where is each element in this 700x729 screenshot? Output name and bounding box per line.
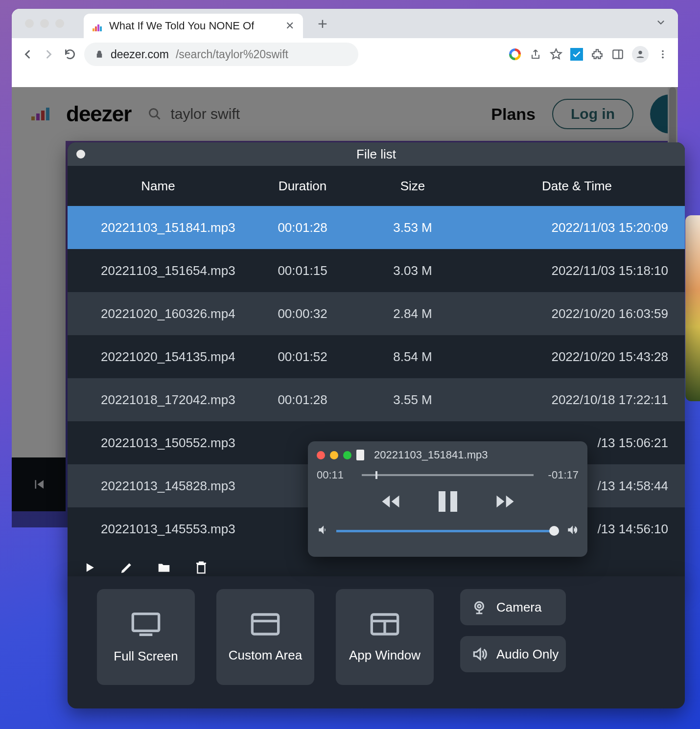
- cell-duration: 00:01:28: [249, 220, 356, 235]
- player-progress: 00:11 -01:17: [317, 469, 579, 481]
- cell-duration: 00:01:28: [249, 392, 356, 408]
- tile-label: Camera: [496, 600, 541, 615]
- cell-duration: 00:01:15: [249, 263, 356, 278]
- tile-label: Custom Area: [229, 648, 302, 663]
- player-titlebar[interactable]: 20221103_151841.mp3: [317, 446, 579, 464]
- svg-point-2: [638, 51, 642, 54]
- svg-point-15: [475, 602, 484, 610]
- todoist-extension-icon[interactable]: [570, 48, 583, 61]
- window-close-dot[interactable]: [76, 150, 85, 159]
- volume-knob[interactable]: [549, 526, 559, 536]
- cell-duration: 00:00:32: [249, 306, 356, 321]
- cell-name: 20221103_151654.mp3: [68, 263, 249, 278]
- volume-track[interactable]: [336, 530, 559, 532]
- browser-menu-icon[interactable]: [656, 48, 669, 61]
- pause-button[interactable]: [439, 491, 457, 514]
- file-list-header: Name Duration Size Date & Time: [68, 166, 685, 206]
- browser-toolbar: deezer.com/search/taylor%20swift: [12, 38, 678, 70]
- file-icon: [356, 450, 364, 460]
- cell-datetime: 2022/10/18 17:22:11: [469, 392, 685, 408]
- player-filename: 20221103_151841.mp3: [374, 449, 488, 461]
- edit-button[interactable]: [119, 560, 134, 577]
- tile-label: Audio Only: [496, 647, 559, 662]
- tabs-dropdown-icon[interactable]: [655, 17, 666, 30]
- progress-track[interactable]: [362, 474, 534, 476]
- cell-name: 20221013_145828.mp3: [68, 478, 249, 494]
- svg-point-16: [478, 605, 481, 608]
- col-datetime[interactable]: Date & Time: [469, 179, 685, 194]
- svg-rect-10: [252, 615, 278, 634]
- nav-reload-icon[interactable]: [64, 48, 76, 61]
- browser-tabstrip: What If We Told You NONE Of ✕ +: [12, 9, 678, 38]
- file-row[interactable]: 20221103_151841.mp300:01:283.53 M2022/11…: [68, 206, 685, 249]
- traffic-minimize[interactable]: [40, 19, 49, 28]
- cell-name: 20221103_151841.mp3: [68, 220, 249, 235]
- player-maximize[interactable]: [343, 451, 351, 459]
- cell-size: 8.54 M: [356, 349, 469, 364]
- cell-size: 3.53 M: [356, 220, 469, 235]
- elapsed-time: 00:11: [317, 469, 354, 481]
- cell-name: 20221020_154135.mp4: [68, 349, 249, 364]
- play-button[interactable]: [82, 560, 97, 577]
- cell-duration: 00:01:52: [249, 349, 356, 364]
- cell-name: 20221018_172042.mp3: [68, 392, 249, 408]
- tile-label: App Window: [349, 648, 420, 663]
- file-list-title: File list: [356, 147, 396, 162]
- file-row[interactable]: 20221018_172042.mp300:01:283.55 M2022/10…: [68, 378, 685, 421]
- svg-rect-0: [613, 50, 623, 58]
- folder-button[interactable]: [157, 560, 171, 577]
- full-screen-tile[interactable]: Full Screen: [97, 589, 195, 685]
- cell-size: 3.03 M: [356, 263, 469, 278]
- traffic-maximize[interactable]: [55, 19, 64, 28]
- file-list-titlebar[interactable]: File list: [68, 142, 685, 166]
- tab-favicon: [93, 21, 103, 31]
- bookmark-star-icon[interactable]: [550, 48, 562, 61]
- extensions-icon[interactable]: [591, 48, 604, 61]
- cell-datetime: 2022/10/20 16:03:59: [469, 306, 685, 321]
- col-name[interactable]: Name: [68, 179, 249, 194]
- player-controls: [317, 491, 579, 514]
- sidepanel-icon[interactable]: [611, 48, 624, 61]
- remaining-time: -01:17: [541, 469, 579, 481]
- svg-rect-8: [133, 614, 159, 631]
- nav-back-icon[interactable]: [21, 47, 34, 61]
- nav-forward-icon[interactable]: [42, 47, 56, 61]
- cell-datetime: 2022/11/03 15:20:09: [469, 220, 685, 235]
- url-path: /search/taylor%20swift: [176, 48, 288, 61]
- browser-tab[interactable]: What If We Told You NONE Of ✕: [84, 14, 303, 38]
- share-icon[interactable]: [529, 48, 542, 61]
- file-row[interactable]: 20221103_151654.mp300:01:153.03 M2022/11…: [68, 249, 685, 292]
- cell-name: 20221020_160326.mp4: [68, 306, 249, 321]
- profile-avatar[interactable]: [632, 46, 649, 63]
- file-row[interactable]: 20221020_160326.mp400:00:322.84 M2022/10…: [68, 292, 685, 335]
- col-size[interactable]: Size: [356, 179, 469, 194]
- address-bar[interactable]: deezer.com/search/taylor%20swift: [84, 43, 358, 66]
- app-window-tile[interactable]: App Window: [336, 589, 434, 685]
- cell-name: 20221013_150552.mp3: [68, 435, 249, 451]
- lock-icon: [95, 50, 104, 59]
- player-minimize[interactable]: [330, 451, 338, 459]
- window-controls: [12, 19, 64, 28]
- volume-low-icon[interactable]: [317, 524, 329, 538]
- svg-point-3: [662, 50, 664, 52]
- audio-only-tile[interactable]: Audio Only: [460, 636, 566, 672]
- tab-close-icon[interactable]: ✕: [285, 20, 294, 32]
- cell-datetime: 2022/10/20 15:43:28: [469, 349, 685, 364]
- file-row[interactable]: 20221020_154135.mp400:01:528.54 M2022/10…: [68, 335, 685, 378]
- progress-knob[interactable]: [375, 471, 377, 479]
- cell-size: 2.84 M: [356, 306, 469, 321]
- col-duration[interactable]: Duration: [249, 179, 356, 194]
- recorder-panel: Full Screen Custom Area App Window Camer…: [68, 576, 685, 708]
- player-close[interactable]: [317, 451, 325, 459]
- tab-title: What If We Told You NONE Of: [109, 20, 254, 32]
- custom-area-tile[interactable]: Custom Area: [216, 589, 314, 685]
- volume-high-icon[interactable]: [566, 524, 579, 538]
- forward-button[interactable]: [494, 491, 516, 514]
- traffic-close[interactable]: [25, 19, 34, 28]
- audio-player-window: 20221103_151841.mp3 00:11 -01:17: [308, 441, 587, 557]
- rewind-button[interactable]: [380, 491, 401, 514]
- google-search-icon[interactable]: [509, 48, 521, 61]
- delete-button[interactable]: [194, 560, 209, 577]
- svg-point-5: [662, 57, 664, 59]
- camera-tile[interactable]: Camera: [460, 589, 566, 625]
